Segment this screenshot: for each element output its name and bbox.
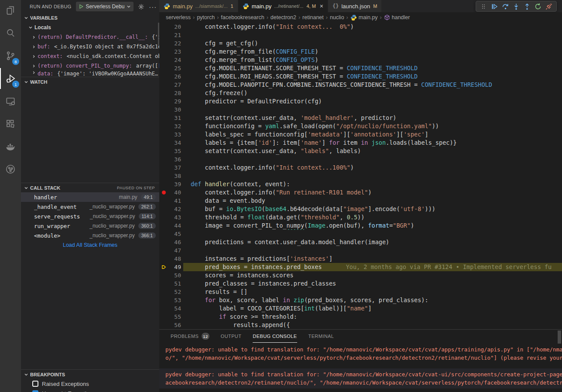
glyph-margin[interactable] xyxy=(159,155,168,164)
code-line-42[interactable]: 42 buf = io.BytesIO(base64.b64decode(dat… xyxy=(159,205,562,213)
breadcrumb-item-retinanet[interactable]: retinanet xyxy=(302,14,324,20)
code-line-36[interactable]: 36 xyxy=(159,155,562,164)
glyph-margin[interactable] xyxy=(159,230,168,238)
stack-frame-row[interactable]: handlermain.py49:1 xyxy=(21,192,159,202)
code-line-56[interactable]: 56 results.append({ xyxy=(159,321,562,329)
panel-scrollbar[interactable] xyxy=(558,331,561,344)
code-line-22[interactable]: 22 cfg = get_cfg() xyxy=(159,39,562,48)
breakpoint-row[interactable]: Raised Exceptions xyxy=(21,379,159,389)
load-all-stack-frames-link[interactable]: Load All Stack Frames xyxy=(21,240,159,250)
glyph-margin[interactable] xyxy=(159,164,168,172)
panel-tab-output[interactable]: OUTPUT xyxy=(221,330,242,343)
step-out-button[interactable] xyxy=(523,3,531,10)
code-text[interactable]: data = event.body xyxy=(183,197,562,205)
panel-tab-terminal[interactable]: TERMINAL xyxy=(308,330,334,343)
code-line-44[interactable]: 44 image = convert_PIL_to_numpy(Image.op… xyxy=(159,222,562,230)
code-line-43[interactable]: 43 threshold = float(data.get("threshold… xyxy=(159,213,562,222)
code-line-29[interactable]: 29 predictor = DefaultPredictor(cfg) xyxy=(159,97,562,106)
glyph-margin[interactable] xyxy=(159,304,168,313)
current-frame-glyph[interactable] xyxy=(159,263,168,271)
code-line-25[interactable]: 25 cfg.MODEL.RETINANET.SCORE_THRESH_TEST… xyxy=(159,64,562,72)
settings-gear-icon[interactable] xyxy=(138,3,144,10)
code-line-52[interactable]: 52 results = [] xyxy=(159,288,562,296)
activity-item-docker[interactable] xyxy=(0,136,21,157)
glyph-margin[interactable] xyxy=(159,97,168,106)
glyph-margin[interactable] xyxy=(159,238,168,246)
activity-item-source-control[interactable]: 8 xyxy=(0,45,21,66)
variables-header[interactable]: VARIABLES xyxy=(21,13,159,23)
code-text[interactable]: labels = {item['id']: item['name'] for i… xyxy=(183,139,562,147)
stack-frame-row[interactable]: run_wrapper_nuclio_wrapper.py360:1 xyxy=(21,221,159,231)
glyph-margin[interactable] xyxy=(159,147,168,155)
code-line-54[interactable]: 54 label = COCO_CATEGORIES[int(label)]["… xyxy=(159,304,562,313)
disconnect-button[interactable] xyxy=(545,3,553,10)
code-text[interactable]: if score >= threshold: xyxy=(183,313,562,321)
code-text[interactable] xyxy=(183,31,562,39)
code-line-46[interactable]: 46 predictions = context.user_data.model… xyxy=(159,238,562,246)
watch-header[interactable]: WATCH xyxy=(21,77,159,86)
breadcrumb-item-serverless[interactable]: serverless xyxy=(166,14,191,20)
glyph-margin[interactable] xyxy=(159,321,168,329)
checkbox-unchecked[interactable] xyxy=(32,381,38,387)
code-text[interactable]: label = COCO_CATEGORIES[int(label)]["nam… xyxy=(183,304,562,313)
code-line-37[interactable]: 37 context.logger.info("Init context...1… xyxy=(159,164,562,172)
step-into-button[interactable] xyxy=(512,3,520,10)
code-text[interactable]: labels_spec = functionconfig['metadata']… xyxy=(183,130,562,139)
glyph-margin[interactable] xyxy=(159,114,168,122)
code-text[interactable]: cfg.freeze() xyxy=(183,89,562,97)
code-text[interactable]: results = [] xyxy=(183,288,562,296)
glyph-margin[interactable] xyxy=(159,205,168,213)
glyph-margin[interactable] xyxy=(159,213,168,222)
code-line-48[interactable]: 48 instances = predictions['instances'] xyxy=(159,255,562,263)
glyph-margin[interactable] xyxy=(159,313,168,321)
variable-row[interactable]: data:{'image': 'iVBORw0KGgoAAAANSUhE… 55 xyxy=(21,71,159,77)
breakpoints-header[interactable]: BREAKPOINTS xyxy=(21,369,159,379)
code-text[interactable] xyxy=(183,172,562,180)
more-actions-icon[interactable]: ··· xyxy=(149,3,157,10)
editor-tab-main.py[interactable]: main.py.../siammask/...1 xyxy=(159,0,238,12)
code-text[interactable]: functionconfig = yaml.safe_load(open("/o… xyxy=(183,122,562,130)
debug-console-output[interactable]: pydev debugger: unable to find translati… xyxy=(159,344,562,392)
stack-frame-row[interactable]: serve_requests_nuclio_wrapper.py114:1 xyxy=(21,211,159,221)
breakpoint-row[interactable]: Uncaught Exceptions xyxy=(21,389,159,392)
console-message[interactable]: pydev debugger: unable to find translati… xyxy=(159,344,562,364)
code-text[interactable]: cfg.MODEL.ROI_HEADS.SCORE_THRESH_TEST = … xyxy=(183,72,562,81)
code-line-31[interactable]: 31 setattr(context.user_data, 'model_han… xyxy=(159,114,562,122)
glyph-margin[interactable] xyxy=(159,197,168,205)
checkbox-checked[interactable] xyxy=(32,390,38,392)
code-text[interactable]: image = convert_PIL_to_numpy(Image.open(… xyxy=(183,222,562,230)
breadcrumb-item-main.py[interactable]: main.py xyxy=(350,14,378,21)
stack-frame-row[interactable]: <module>_nuclio_wrapper.py366:1 xyxy=(21,231,159,240)
activity-item-run-and-debug[interactable]: 1 xyxy=(0,68,21,89)
activity-item-extensions[interactable] xyxy=(0,113,21,134)
code-text[interactable]: cfg = get_cfg() xyxy=(183,39,562,48)
code-line-41[interactable]: 41 data = event.body xyxy=(159,197,562,205)
code-line-34[interactable]: 34 labels = {item['id']: item['name'] fo… xyxy=(159,139,562,147)
code-text[interactable]: setattr(context.user_data, "labels", lab… xyxy=(183,147,562,155)
glyph-margin[interactable] xyxy=(159,255,168,263)
code-line-20[interactable]: 20 context.logger.info("Init context... … xyxy=(159,23,562,31)
close-icon[interactable]: × xyxy=(320,3,323,9)
launch-config-dropdown[interactable]: Serverless Debu xyxy=(76,2,134,11)
code-line-49[interactable]: 49 pred_boxes = instances.pred_boxesYou,… xyxy=(159,263,562,271)
glyph-margin[interactable] xyxy=(159,64,168,72)
variable-row[interactable]: context:<nuclio_sdk.context.Context obje… xyxy=(21,51,159,61)
glyph-margin[interactable] xyxy=(159,222,168,230)
panel-tab-problems[interactable]: PROBLEMS12 xyxy=(171,330,209,343)
code-line-35[interactable]: 35 setattr(context.user_data, "labels", … xyxy=(159,147,562,155)
breakpoint-glyph[interactable] xyxy=(159,188,168,197)
breadcrumb-item-detectron2[interactable]: detectron2 xyxy=(271,14,296,20)
code-text[interactable]: predictor = DefaultPredictor(cfg) xyxy=(183,97,562,106)
glyph-margin[interactable] xyxy=(159,130,168,139)
code-line-30[interactable]: 30 xyxy=(159,106,562,114)
code-text[interactable] xyxy=(183,155,562,164)
code-text[interactable]: instances = predictions['instances'] xyxy=(183,255,562,263)
code-text[interactable] xyxy=(183,230,562,238)
code-editor[interactable]: 20 context.logger.info("Init context... … xyxy=(159,23,562,329)
call-stack-header[interactable]: CALL STACK PAUSED ON STEP xyxy=(21,183,159,192)
glyph-margin[interactable] xyxy=(159,56,168,64)
glyph-margin[interactable] xyxy=(159,48,168,56)
code-line-33[interactable]: 33 labels_spec = functionconfig['metadat… xyxy=(159,130,562,139)
code-line-39[interactable]: 39def handler(context, event): xyxy=(159,180,562,188)
code-text[interactable]: cfg.merge_from_list(CONFIG_OPTS) xyxy=(183,56,562,64)
